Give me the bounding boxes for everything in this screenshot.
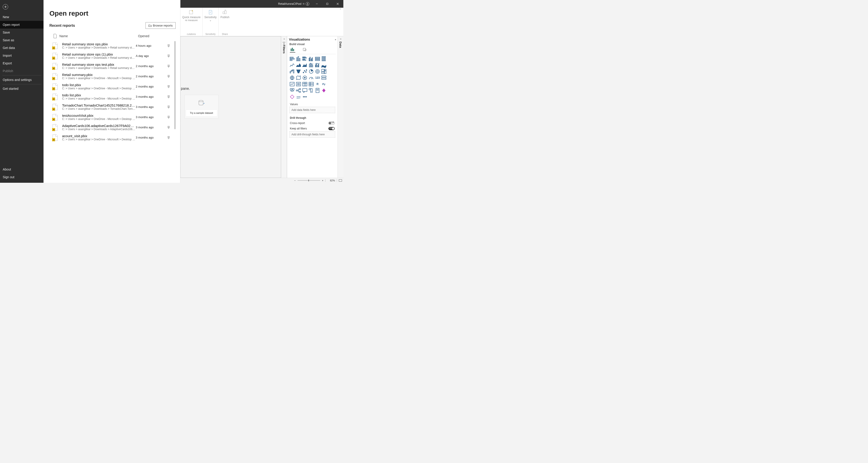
viz-card-icon[interactable]: 123 xyxy=(315,75,320,81)
file-menu-item-export[interactable]: Export xyxy=(0,59,43,67)
viz-r-visual-icon[interactable]: R xyxy=(315,81,320,87)
viz-donut-icon[interactable] xyxy=(315,69,320,74)
viz-kpi-icon[interactable] xyxy=(289,81,295,87)
account-display[interactable]: RetailAuroraCIPool ⧉ xyxy=(278,2,309,6)
viz-treemap-icon[interactable] xyxy=(321,69,327,74)
pin-button[interactable] xyxy=(165,95,172,98)
back-button[interactable] xyxy=(3,4,8,9)
viz-more-icon[interactable] xyxy=(302,94,308,99)
file-menu-item-open-report[interactable]: Open report xyxy=(0,21,43,29)
viz-map-icon[interactable] xyxy=(289,75,295,81)
file-menu-item-get-started[interactable]: Get started xyxy=(0,85,43,92)
viz-filled-map-icon[interactable] xyxy=(296,75,301,81)
pin-button[interactable] xyxy=(165,85,172,88)
recent-report-row[interactable]: Retail summary.pbixC: > Users > asanglik… xyxy=(50,71,174,81)
file-menu-item-save[interactable]: Save xyxy=(0,29,43,36)
recent-report-row[interactable]: Retail summary store ops (1).pbixC: > Us… xyxy=(50,51,174,61)
viz-arcgis-icon[interactable] xyxy=(296,94,301,99)
browse-reports-button[interactable]: Browse reports xyxy=(146,22,176,29)
recent-report-row[interactable]: todo list.pbixC: > Users > asanglikar > … xyxy=(50,92,174,102)
viz-key-influencers-icon[interactable] xyxy=(289,88,295,93)
viz-100-stacked-column-icon[interactable] xyxy=(321,56,327,61)
tab-build-visual[interactable] xyxy=(290,47,295,53)
viz-scatter-icon[interactable] xyxy=(302,69,308,74)
chevron-right-double-icon[interactable]: » xyxy=(335,38,336,41)
values-field-well[interactable]: Add data fields here xyxy=(289,107,335,113)
recent-list-scrollbar[interactable] xyxy=(174,40,176,163)
viz-decomposition-tree-icon[interactable] xyxy=(296,88,301,93)
filters-pane-collapsed[interactable]: « Filters xyxy=(281,36,287,178)
file-menu-item-get-data[interactable]: Get data xyxy=(0,44,43,52)
quick-measure-icon[interactable] xyxy=(188,9,194,16)
viz-paginated-report-icon[interactable] xyxy=(315,88,320,93)
viz-power-apps-icon[interactable] xyxy=(321,88,327,93)
viz-python-visual-icon[interactable]: Py xyxy=(321,81,327,87)
viz-azure-map-icon[interactable] xyxy=(302,75,308,81)
window-maximize-button[interactable] xyxy=(322,0,333,8)
recent-report-row[interactable]: todo list.pbixC: > Users > asanglikar > … xyxy=(50,81,174,92)
try-sample-dataset-card[interactable]: Try a sample dataset xyxy=(184,95,218,119)
viz-clustered-bar-icon[interactable] xyxy=(302,56,308,61)
file-menu-item-import[interactable]: Import xyxy=(0,52,43,59)
file-menu-item-new[interactable]: New xyxy=(0,13,43,21)
recent-report-row[interactable]: Retail summary store ops.pbixC: > Users … xyxy=(50,40,174,51)
viz-clustered-column-icon[interactable] xyxy=(308,56,314,61)
pin-button[interactable] xyxy=(165,126,172,129)
viz-pie-icon[interactable] xyxy=(308,69,314,74)
pin-button[interactable] xyxy=(165,54,172,58)
pin-button[interactable] xyxy=(165,116,172,119)
recent-report-row[interactable]: testAccountVisit.pbixC: > Users > asangl… xyxy=(50,112,174,122)
file-sign-out[interactable]: Sign out xyxy=(0,173,43,181)
viz-waterfall-icon[interactable] xyxy=(289,69,295,74)
tab-format-visual[interactable] xyxy=(302,47,308,53)
pin-button[interactable] xyxy=(165,136,172,139)
pin-button[interactable] xyxy=(165,75,172,78)
viz-gauge-icon[interactable] xyxy=(308,75,314,81)
viz-area-icon[interactable] xyxy=(296,62,301,68)
sensitivity-icon[interactable] xyxy=(207,9,214,16)
cross-report-toggle[interactable]: Off xyxy=(329,121,335,125)
viz-stacked-area-icon[interactable] xyxy=(302,62,308,68)
column-opened-header[interactable]: Opened xyxy=(138,34,167,38)
pin-button[interactable] xyxy=(165,65,172,68)
window-close-button[interactable] xyxy=(333,0,343,8)
viz-qa-icon[interactable] xyxy=(302,88,308,93)
viz-power-automate-icon[interactable] xyxy=(289,94,295,99)
viz-100-stacked-bar-icon[interactable] xyxy=(315,56,320,61)
file-menu-item-options-and-settings[interactable]: Options and settings xyxy=(0,76,43,84)
zoom-out-button[interactable]: − xyxy=(294,179,296,182)
recent-report-row[interactable]: TornadoChart.TornadoChart1452517688218.2… xyxy=(50,102,174,112)
viz-stacked-bar-icon[interactable] xyxy=(289,56,295,61)
publish-icon[interactable] xyxy=(222,9,228,16)
drill-through-field-well[interactable]: Add drill-through fields here xyxy=(289,131,335,138)
pin-button[interactable] xyxy=(165,44,172,48)
viz-multi-row-card-icon[interactable] xyxy=(321,75,327,81)
viz-line-clustered-column-icon[interactable] xyxy=(315,62,320,68)
recent-report-row[interactable]: Retail summary store ops test.pbixC: > U… xyxy=(50,61,174,71)
viz-line-icon[interactable] xyxy=(289,62,295,68)
zoom-in-button[interactable]: + xyxy=(322,179,323,182)
viz-ribbon-icon[interactable] xyxy=(321,62,327,68)
svg-point-85 xyxy=(306,96,306,97)
ribbon-collapse-button[interactable]: ˄ xyxy=(338,8,342,12)
pin-button[interactable] xyxy=(165,106,172,109)
recent-report-row[interactable]: acount_visit.pbixC: > Users > asanglikar… xyxy=(50,133,174,143)
file-menu-item-save-as[interactable]: Save as xyxy=(0,36,43,44)
file-about[interactable]: About xyxy=(0,166,43,173)
viz-stacked-column-icon[interactable] xyxy=(296,56,301,61)
recent-report-row[interactable]: AdaptiveCards106.adaptiveCards1267F9A029… xyxy=(50,122,174,133)
viz-smart-narrative-icon[interactable] xyxy=(308,88,314,93)
fit-to-page-button[interactable] xyxy=(339,179,342,182)
viz-slicer-icon[interactable] xyxy=(296,81,301,87)
report-canvas[interactable]: pane. Try a sample dataset xyxy=(180,36,281,178)
viz-matrix-icon[interactable] xyxy=(308,81,314,87)
viz-line-stacked-column-icon[interactable] xyxy=(308,62,314,68)
viz-table-icon[interactable] xyxy=(302,81,308,87)
keep-all-filters-toggle[interactable]: On xyxy=(329,127,335,130)
window-minimize-button[interactable] xyxy=(312,0,322,8)
data-pane-collapsed[interactable]: « Data xyxy=(337,36,343,178)
zoom-slider[interactable] xyxy=(298,180,320,181)
viz-funnel-icon[interactable] xyxy=(296,69,301,74)
pbix-file-icon xyxy=(53,83,58,90)
column-name-header[interactable]: Name xyxy=(59,34,138,38)
